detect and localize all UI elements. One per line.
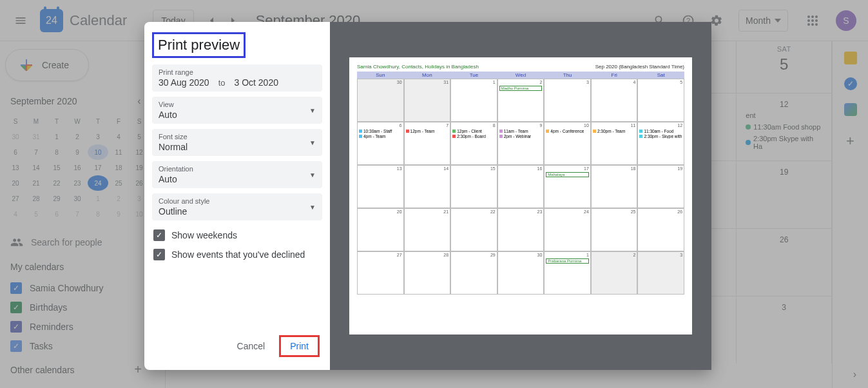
show-declined-label: Show events that you've declined — [171, 249, 305, 260]
preview-event: 2:30pm - Team — [593, 129, 636, 133]
preview-cell: 18 — [591, 165, 638, 208]
preview-cell: 24 — [544, 208, 591, 251]
preview-allday-event: Madhu Purnima — [499, 86, 543, 91]
preview-cell: 104pm - Conference — [544, 122, 591, 165]
print-preview-dialog: Print preview Print range 30 Aug 2020 to… — [144, 22, 711, 370]
view-value: Auto — [159, 110, 316, 120]
preview-dow-cell: Thu — [544, 72, 591, 79]
font-size-field[interactable]: Font size Normal ▼ — [152, 129, 322, 156]
preview-cell: 30 — [497, 251, 545, 295]
preview-cell: 28 — [404, 251, 451, 295]
preview-cell: 30 — [357, 79, 404, 122]
preview-cell: 1211:30am - Food2:30pm - Skype with — [637, 122, 684, 165]
orientation-label: Orientation — [159, 165, 316, 173]
preview-cell: 812pm - Client2:30pm - Board — [450, 122, 497, 165]
preview-allday-event: Mahalaya — [546, 172, 589, 177]
checkbox-checked-icon: ✓ — [153, 229, 165, 241]
font-label: Font size — [159, 133, 316, 141]
range-to: to — [218, 78, 226, 88]
preview-cell: 2 — [591, 251, 638, 295]
preview-event: 4pm - Conference — [546, 129, 589, 133]
view-field[interactable]: View Auto ▼ — [152, 97, 322, 124]
preview-dow-cell: Mon — [404, 72, 451, 79]
preview-cell: 20 — [357, 208, 404, 251]
print-range-label: Print range — [159, 68, 316, 76]
preview-cell: 15 — [450, 165, 497, 208]
preview-cell: 712pm - Team — [404, 122, 451, 165]
show-weekends-checkbox[interactable]: ✓ Show weekends — [152, 226, 322, 245]
preview-cell: 21 — [404, 208, 451, 251]
preview-cell: 3 — [544, 79, 591, 122]
preview-cell: 17Mahalaya — [544, 165, 591, 208]
dialog-footer: Cancel Print — [152, 333, 322, 360]
chevron-down-icon: ▼ — [309, 171, 316, 179]
preview-meta: Samia Chowdhury, Contacts, Holidays in B… — [357, 64, 479, 70]
preview-cell: 25 — [591, 208, 638, 251]
preview-cell: 16 — [497, 165, 545, 208]
preview-cell: 26 — [637, 208, 684, 251]
preview-cell: 31 — [404, 79, 451, 122]
print-button[interactable]: Print — [279, 335, 320, 357]
preview-month: Sep 2020 (Bangladesh Standard Time) — [595, 64, 684, 70]
preview-cell: 14 — [404, 165, 451, 208]
preview-cell: 2Madhu Purnima — [497, 79, 545, 122]
preview-dow-cell: Sun — [357, 72, 404, 79]
preview-cell: 1Prabarana Purnima — [544, 251, 591, 295]
show-weekends-label: Show weekends — [171, 230, 237, 240]
preview-cell: 19 — [637, 165, 684, 208]
preview-cell: 22 — [450, 208, 497, 251]
preview-cell: 13 — [357, 165, 404, 208]
colour-style-field[interactable]: Colour and style Outline ▼ — [152, 193, 322, 220]
preview-cell: 112:30pm - Team — [591, 122, 638, 165]
preview-cell: 3 — [637, 251, 684, 295]
preview-cell: 610:30am - Staff4pm - Team — [357, 122, 404, 165]
preview-event: 2:30pm - Skype with — [639, 134, 682, 139]
preview-cell: 5 — [637, 79, 684, 122]
preview-grid: 303112Madhu Purnima345610:30am - Staff4p… — [357, 79, 684, 295]
preview-pane: Samia Chowdhury, Contacts, Holidays in B… — [330, 22, 711, 370]
preview-cell: 4 — [591, 79, 638, 122]
font-value: Normal — [159, 142, 316, 152]
preview-allday-event: Prabarana Purnima — [546, 258, 589, 264]
view-label: View — [159, 101, 316, 108]
preview-event: 12pm - Client — [452, 129, 496, 133]
preview-dow-row: SunMonTueWedThuFriSat — [357, 72, 684, 79]
preview-cell: 911am - Team2pm - Webinar — [497, 122, 545, 165]
preview-cell: 1 — [450, 79, 497, 122]
cancel-button[interactable]: Cancel — [229, 335, 273, 357]
preview-event: 10:30am - Staff — [359, 129, 402, 133]
print-range-field[interactable]: Print range 30 Aug 2020 to 3 Oct 2020 — [152, 64, 322, 92]
preview-cell: 29 — [450, 251, 497, 295]
chevron-down-icon: ▼ — [309, 204, 316, 211]
preview-cell: 27 — [357, 251, 404, 295]
preview-dow-cell: Tue — [450, 72, 497, 79]
dialog-controls: Print preview Print range 30 Aug 2020 to… — [144, 22, 330, 370]
preview-event: 11am - Team — [499, 129, 543, 133]
preview-dow-cell: Sat — [637, 72, 684, 79]
preview-event: 2:30pm - Board — [452, 134, 496, 139]
preview-dow-cell: Wed — [497, 72, 545, 79]
colour-label: Colour and style — [159, 197, 316, 205]
preview-event: 4pm - Team — [359, 134, 402, 139]
checkbox-checked-icon: ✓ — [153, 249, 165, 260]
colour-value: Outline — [159, 206, 316, 217]
modal-overlay: Print preview Print range 30 Aug 2020 to… — [0, 0, 868, 388]
chevron-down-icon: ▼ — [309, 107, 316, 114]
chevron-down-icon: ▼ — [309, 139, 316, 146]
preview-dow-cell: Fri — [591, 72, 638, 79]
preview-event: 12pm - Team — [406, 129, 449, 133]
dialog-title: Print preview — [152, 32, 246, 58]
range-start: 30 Aug 2020 — [159, 77, 209, 88]
preview-page: Samia Chowdhury, Contacts, Holidays in B… — [349, 57, 692, 335]
range-end: 3 Oct 2020 — [234, 77, 278, 88]
orientation-field[interactable]: Orientation Auto ▼ — [152, 161, 322, 188]
preview-event: 11:30am - Food — [639, 129, 682, 133]
show-declined-checkbox[interactable]: ✓ Show events that you've declined — [152, 245, 322, 264]
orientation-value: Auto — [159, 174, 316, 184]
preview-cell: 23 — [497, 208, 545, 251]
preview-event: 2pm - Webinar — [499, 134, 543, 139]
